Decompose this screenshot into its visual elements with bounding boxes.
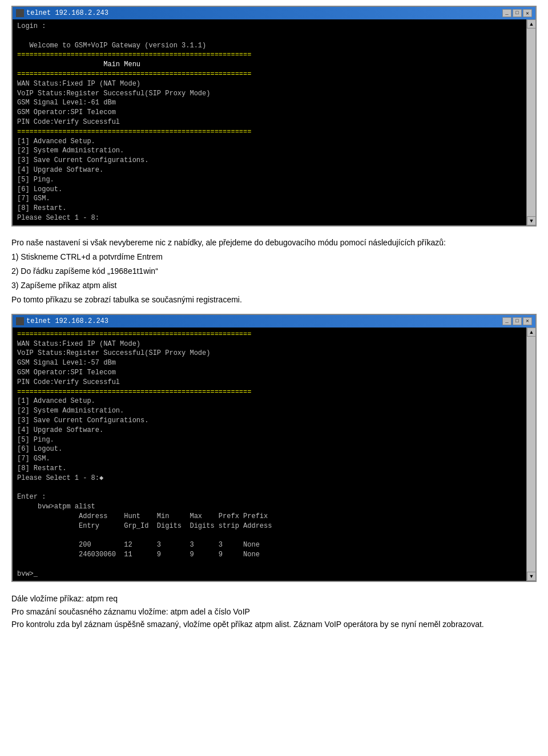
scrollbar-down-1[interactable]: ▼: [527, 216, 536, 225]
telnet-line: WAN Status:Fixed IP (NAT Mode): [17, 79, 515, 89]
telnet-line: [8] Restart.: [17, 464, 515, 474]
telnet-line: [5] Ping.: [17, 175, 515, 185]
telnet-line: [6] Logout.: [17, 444, 515, 454]
telnet-line: ========================================…: [17, 50, 515, 60]
telnet-line: [6] Logout.: [17, 185, 515, 195]
telnet-line: [5] Ping.: [17, 435, 515, 445]
telnet-line: [17, 483, 515, 492]
maximize-button-1[interactable]: □: [513, 9, 522, 17]
text-item-4: Po tomto příkazu se zobrazí tabulka se s…: [11, 294, 537, 306]
telnet-line: ========================================…: [17, 387, 515, 397]
telnet-body-wrapper-1: Login : Welcome to GSM+VoIP Gateway (ver…: [13, 19, 535, 225]
telnet-line: Main Menu: [17, 60, 515, 70]
telnet-prompt-2: bvw>_: [17, 569, 515, 579]
text-paragraph-1: Pro naše nastavení si však nevybereme ni…: [11, 237, 537, 249]
telnet-line: [2] System Administration.: [17, 146, 515, 156]
titlebar-left-1: telnet 192.168.2.243: [16, 9, 108, 17]
maximize-button-2[interactable]: □: [513, 317, 522, 325]
telnet-line: [8] Restart.: [17, 204, 515, 213]
telnet-row-200: 200 12 3 3 3 None: [17, 540, 515, 550]
telnet-window-2: telnet 192.168.2.243 _ □ ✕ =============…: [11, 314, 537, 583]
telnet-line: bvw>atpm alist: [17, 502, 515, 512]
telnet-line: [4] Upgrade Software.: [17, 165, 515, 175]
telnet-line: [17, 560, 515, 569]
telnet-line: GSM Operator:SPI Telecom: [17, 108, 515, 118]
minimize-button-1[interactable]: _: [502, 9, 511, 17]
text-item-1: 1) Stiskneme CTRL+d a potvrdíme Entrem: [11, 251, 537, 263]
telnet-line: [17, 531, 515, 540]
telnet-content-2: ========================================…: [13, 328, 526, 581]
scrollbar-2[interactable]: ▲ ▼: [526, 328, 535, 581]
telnet-line: PIN Code:Verify Sucessful: [17, 378, 515, 387]
telnet-line: [1] Advanced Setup.: [17, 137, 515, 147]
bottom-line-3: Pro kontrolu zda byl záznam úspěšně smaz…: [11, 618, 537, 630]
telnet-line: [1] Advanced Setup.: [17, 397, 515, 406]
bottom-line-2: Pro smazání současného záznamu vložíme: …: [11, 605, 537, 618]
telnet-line: Address Hunt Min Max Prefx Prefix: [17, 512, 515, 521]
telnet-line: [2] System Administration.: [17, 406, 515, 416]
telnet-line: [7] GSM.: [17, 454, 515, 464]
terminal-icon-1: [16, 9, 24, 17]
close-button-1[interactable]: ✕: [523, 9, 532, 17]
telnet-line: ========================================…: [17, 330, 515, 339]
text-item-3: 3) Zapíšeme příkaz atpm alist: [11, 280, 537, 292]
telnet-line: [7] GSM.: [17, 194, 515, 204]
telnet-titlebar-2: telnet 192.168.2.243 _ □ ✕: [13, 315, 535, 328]
bottom-text-section: Dále vložíme příkaz: atpm req Pro smazán…: [11, 592, 537, 630]
close-button-2[interactable]: ✕: [523, 317, 532, 325]
telnet-line: [3] Save Current Configurations.: [17, 416, 515, 426]
telnet-line: [4] Upgrade Software.: [17, 426, 515, 435]
telnet-title-1: telnet 192.168.2.243: [26, 9, 108, 17]
titlebar-buttons-2: _ □ ✕: [502, 317, 532, 325]
telnet-line: ========================================…: [17, 70, 515, 79]
telnet-line: VoIP Status:Register Successful(SIP Prox…: [17, 89, 515, 99]
telnet-content-1: Login : Welcome to GSM+VoIP Gateway (ver…: [13, 19, 526, 225]
telnet-line: Enter :: [17, 492, 515, 502]
titlebar-buttons-1: _ □ ✕: [502, 9, 532, 17]
bottom-line-1: Dále vložíme příkaz: atpm req: [11, 592, 537, 605]
text-item-2: 2) Do řádku zapíšeme kód „1968e1t1win“: [11, 265, 537, 277]
scrollbar-down-2[interactable]: ▼: [527, 572, 536, 581]
telnet-row-246: 246030060 11 9 9 9 None: [17, 550, 515, 560]
telnet-line: Login :: [17, 22, 515, 31]
telnet-line: GSM Signal Level:-61 dBm: [17, 98, 515, 108]
titlebar-left-2: telnet 192.168.2.243: [16, 317, 108, 325]
telnet-line: GSM Operator:SPI Telecom: [17, 368, 515, 378]
telnet-line: Please Select 1 - 8:: [17, 213, 515, 223]
telnet-body-wrapper-2: ========================================…: [13, 328, 535, 581]
telnet-line: Welcome to GSM+VoIP Gateway (version 3.1…: [17, 41, 515, 51]
telnet-titlebar-1: telnet 192.168.2.243 _ □ ✕: [13, 7, 535, 19]
telnet-window-1: telnet 192.168.2.243 _ □ ✕ Login : Welco…: [11, 6, 537, 227]
scrollbar-up-2[interactable]: ▲: [527, 328, 536, 337]
scrollbar-up-1[interactable]: ▲: [527, 19, 536, 29]
telnet-line: [3] Save Current Configurations.: [17, 156, 515, 165]
scrollbar-1[interactable]: ▲ ▼: [526, 19, 535, 225]
telnet-line: [17, 31, 515, 41]
telnet-title-2: telnet 192.168.2.243: [26, 317, 108, 325]
telnet-line: GSM Signal Level:-57 dBm: [17, 358, 515, 368]
telnet-line: PIN Code:Verify Sucessful: [17, 118, 515, 127]
terminal-icon-2: [16, 317, 24, 325]
address-entry-label: Entry Grp_Id Digits Digits strip Address: [17, 521, 515, 531]
telnet-line: ========================================…: [17, 127, 515, 137]
telnet-line: WAN Status:Fixed IP (NAT Mode): [17, 339, 515, 349]
telnet-line: Please Select 1 - 8:◆: [17, 474, 515, 483]
minimize-button-2[interactable]: _: [502, 317, 511, 325]
text-section-1: Pro naše nastavení si však nevybereme ni…: [11, 237, 537, 306]
telnet-line: VoIP Status:Register Successful(SIP Prox…: [17, 349, 515, 358]
